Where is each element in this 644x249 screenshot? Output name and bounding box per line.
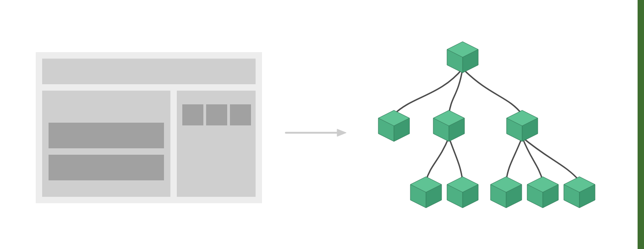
wireframe-thumb: [230, 104, 251, 125]
tree-node: [507, 110, 538, 141]
tree-node: [491, 177, 522, 208]
tree-node: [410, 177, 442, 208]
wireframe-thumb: [206, 104, 227, 125]
diagram-canvas: [0, 0, 638, 249]
tree-node-root: [447, 42, 478, 73]
slide-accent-bar: [638, 0, 644, 249]
wireframe-main-bar: [49, 155, 164, 180]
tree-node: [564, 177, 595, 208]
tree-node: [447, 177, 478, 208]
right-arrow-icon: [286, 129, 346, 136]
wireframe-header: [42, 59, 256, 84]
tree-node: [378, 110, 409, 141]
tree-nodes: [378, 42, 595, 208]
wireframe-layout: [36, 52, 262, 203]
svg-marker-6: [337, 129, 346, 136]
wireframe-main-bar: [49, 123, 164, 148]
tree-node: [433, 110, 464, 141]
wireframe-thumb: [182, 104, 203, 125]
tree-edges: [394, 69, 579, 181]
tree-node: [527, 177, 558, 208]
